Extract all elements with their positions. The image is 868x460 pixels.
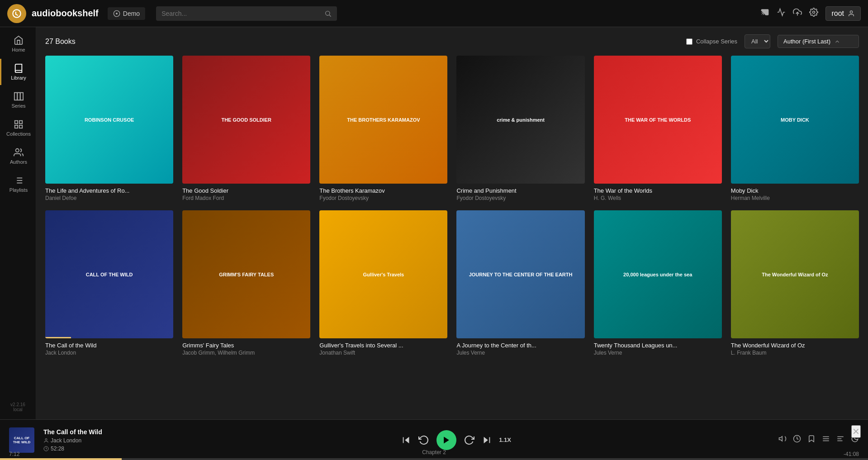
sidebar-label-series: Series <box>11 103 25 109</box>
book-author: Jonathan Swift <box>319 350 447 356</box>
settings-icon[interactable] <box>809 8 818 19</box>
book-title: Grimms' Fairy Tales <box>182 342 310 349</box>
player-right-controls <box>778 435 859 445</box>
cast-icon[interactable] <box>760 8 769 19</box>
collapse-series-label: Collapse Series <box>696 38 737 45</box>
person-icon <box>43 438 49 443</box>
book-item[interactable]: MOBY DICK Moby Dick Herman Melville <box>731 56 859 201</box>
fast-forward-button[interactable] <box>464 435 474 446</box>
playlists-icon <box>14 175 24 185</box>
book-item[interactable]: ROBINSON CRUSOE The Life and Adventures … <box>45 56 173 201</box>
clock-icon <box>43 446 49 451</box>
book-item[interactable]: CALL OF THE WILD The Call of the Wild Ja… <box>45 210 173 356</box>
queue-icon[interactable] <box>836 435 844 445</box>
rewind-icon <box>418 435 429 446</box>
book-title: The Good Soldier <box>182 187 310 194</box>
book-author: Ford Madox Ford <box>182 195 310 201</box>
svg-rect-13 <box>19 125 22 128</box>
filter-select[interactable]: All <box>745 34 770 48</box>
book-cover: THE GOOD SOLDIER <box>182 56 310 184</box>
book-title: A Journey to the Center of th... <box>456 342 584 349</box>
sidebar-item-authors[interactable]: Authors <box>0 143 36 169</box>
content-area: 27 Books Collapse Series All Author (Fir… <box>36 27 868 419</box>
skip-to-end-button[interactable] <box>482 435 492 445</box>
collapse-series-checkbox[interactable] <box>686 38 693 45</box>
player-book-title: The Call of the Wild <box>43 428 134 436</box>
book-title: Gulliver's Travels into Several ... <box>319 342 447 349</box>
book-title: The Brothers Karamazov <box>319 187 447 194</box>
player-book-cover: CALL OF THE WILD <box>9 427 34 453</box>
book-item[interactable]: crime & punishment Crime and Punishment … <box>456 56 584 201</box>
book-cover: 20,000 leagues under the sea <box>594 210 722 338</box>
progress-fill <box>0 458 122 460</box>
sidebar: Home Library Series Collections Authors … <box>0 27 36 419</box>
book-item[interactable]: The Wonderful Wizard of Oz The Wonderful… <box>731 210 859 356</box>
chapters-icon[interactable] <box>822 435 830 445</box>
sleep-timer-icon[interactable] <box>793 435 801 445</box>
user-button[interactable]: root <box>825 6 861 21</box>
version-info: v2.2.16 local <box>7 398 29 416</box>
player-duration: 52:28 <box>43 446 134 452</box>
time-left: -41:08 <box>844 451 859 457</box>
book-title: The War of the Worlds <box>594 187 722 194</box>
book-item[interactable]: GRIMM'S FAIRY TALES Grimms' Fairy Tales … <box>182 210 310 356</box>
sidebar-item-collections[interactable]: Collections <box>0 115 36 141</box>
player-info: The Call of the Wild Jack London 52:28 <box>43 428 134 452</box>
progress-bar-area[interactable] <box>0 458 868 460</box>
svg-marker-28 <box>779 436 783 441</box>
book-item[interactable]: JOURNEY TO THE CENTER OF THE EARTH A Jou… <box>456 210 584 356</box>
sidebar-label-home: Home <box>12 47 25 52</box>
book-cover-image: Gulliver's Travels <box>319 210 447 338</box>
search-bar[interactable] <box>156 6 337 21</box>
collections-icon <box>14 119 24 129</box>
book-item[interactable]: 20,000 leagues under the sea Twenty Thou… <box>594 210 722 356</box>
sidebar-label-library: Library <box>11 75 26 81</box>
sort-select[interactable]: Author (First Last) <box>778 35 859 48</box>
svg-rect-7 <box>14 93 17 100</box>
svg-rect-8 <box>17 93 20 100</box>
speed-button[interactable]: 1.1X <box>499 436 511 443</box>
app-title: audiobookshelf <box>32 8 99 19</box>
book-cover: THE WAR OF THE WORLDS <box>594 56 722 184</box>
book-cover: GRIMM'S FAIRY TALES <box>182 210 310 338</box>
home-icon <box>14 35 24 45</box>
book-title: The Life and Adventures of Ro... <box>45 187 173 194</box>
sidebar-item-series[interactable]: Series <box>0 87 36 113</box>
sidebar-item-library[interactable]: Library <box>0 59 36 85</box>
play-pause-button[interactable] <box>436 430 456 450</box>
sidebar-item-home[interactable]: Home <box>0 31 36 57</box>
book-cover-image: MOBY DICK <box>731 56 859 184</box>
upload-icon[interactable] <box>793 8 802 19</box>
svg-point-1 <box>326 11 330 15</box>
authors-icon <box>14 147 24 157</box>
collapse-series-control[interactable]: Collapse Series <box>686 38 737 45</box>
book-cover-image: THE GOOD SOLDIER <box>182 56 310 184</box>
book-item[interactable]: THE GOOD SOLDIER The Good Soldier Ford M… <box>182 56 310 201</box>
volume-icon[interactable] <box>778 435 787 445</box>
rewind-button[interactable] <box>418 435 429 446</box>
book-author: H. G. Wells <box>594 195 722 201</box>
book-cover: JOURNEY TO THE CENTER OF THE EARTH <box>456 210 584 338</box>
book-cover-image: THE BROTHERS KARAMAZOV <box>319 56 447 184</box>
book-item[interactable]: Gulliver's Travels Gulliver's Travels in… <box>319 210 447 356</box>
book-item[interactable]: THE WAR OF THE WORLDS The War of the Wor… <box>594 56 722 201</box>
chapter-info: Chapter 2 <box>422 449 446 458</box>
close-player-button[interactable]: ✕ <box>851 425 861 438</box>
play-icon <box>442 436 451 445</box>
bookmark-icon[interactable] <box>807 435 816 445</box>
skip-to-start-button[interactable] <box>401 435 411 445</box>
stats-icon[interactable] <box>777 8 786 19</box>
library-selector[interactable]: Demo <box>108 7 145 20</box>
svg-rect-12 <box>15 125 18 128</box>
book-title: Twenty Thousand Leagues un... <box>594 342 722 349</box>
player-book-author: Jack London <box>43 437 134 444</box>
book-item[interactable]: THE BROTHERS KARAMAZOV The Brothers Kara… <box>319 56 447 201</box>
book-author: Jack London <box>45 350 173 356</box>
search-input[interactable] <box>161 6 324 21</box>
user-label: root <box>831 9 844 18</box>
book-cover: Gulliver's Travels <box>319 210 447 338</box>
svg-point-6 <box>850 11 852 13</box>
svg-line-2 <box>329 15 331 17</box>
sidebar-item-playlists[interactable]: Playlists <box>0 171 36 197</box>
sort-label: Author (First Last) <box>783 38 830 45</box>
